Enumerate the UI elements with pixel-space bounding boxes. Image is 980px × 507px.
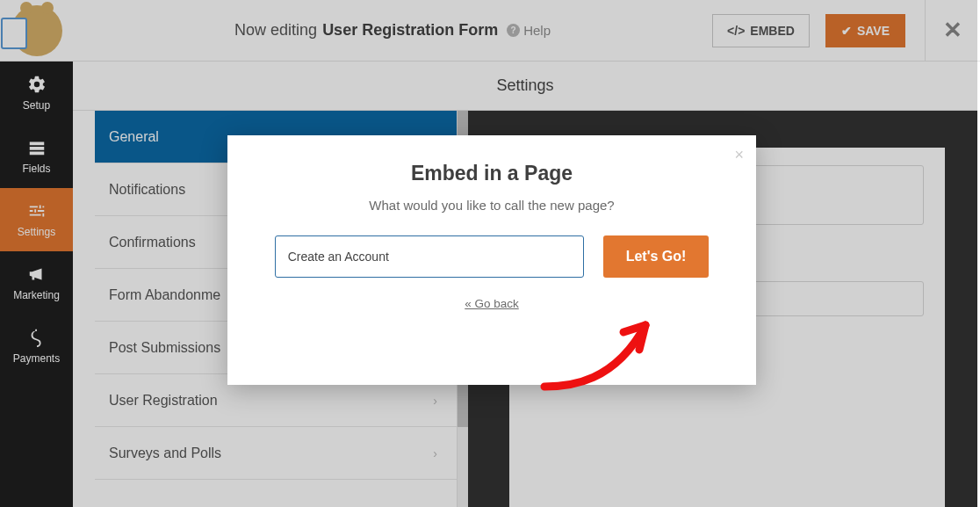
close-icon: × [734, 146, 744, 163]
lets-go-button[interactable]: Let's Go! [603, 235, 710, 278]
page-name-input[interactable] [275, 235, 584, 278]
app-root: Now editing User Registration Form ? Hel… [0, 0, 980, 507]
embed-modal: × Embed in a Page What would you like to… [227, 135, 756, 385]
modal-close-button[interactable]: × [734, 146, 744, 164]
go-back-link[interactable]: « Go back [256, 297, 728, 310]
modal-subtitle: What would you like to call the new page… [256, 198, 728, 213]
modal-title: Embed in a Page [256, 162, 728, 185]
modal-form-row: Let's Go! [256, 235, 728, 278]
